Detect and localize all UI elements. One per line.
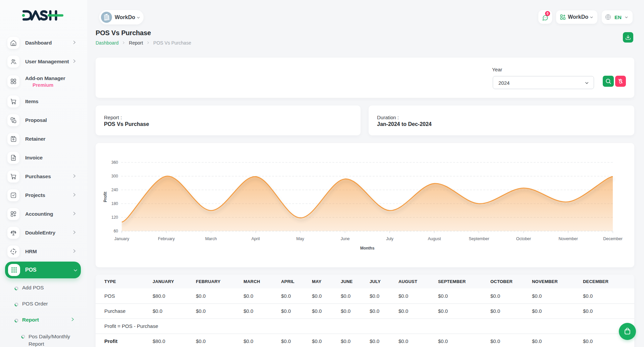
svg-text:Profit: Profit <box>103 192 108 202</box>
svg-text:November: November <box>558 236 578 241</box>
svg-text:February: February <box>158 236 175 241</box>
svg-text:Months: Months <box>360 246 375 251</box>
svg-text:120: 120 <box>111 215 118 220</box>
svg-text:180: 180 <box>111 201 118 206</box>
svg-text:April: April <box>251 236 260 241</box>
svg-text:December: December <box>603 236 623 241</box>
svg-text:May: May <box>296 236 304 241</box>
svg-text:September: September <box>469 236 489 241</box>
svg-text:300: 300 <box>111 174 118 179</box>
svg-text:October: October <box>516 236 531 241</box>
svg-text:240: 240 <box>111 188 118 192</box>
svg-text:August: August <box>428 236 441 241</box>
svg-text:July: July <box>386 236 394 241</box>
svg-text:60: 60 <box>114 229 118 233</box>
svg-text:March: March <box>205 236 217 241</box>
svg-text:June: June <box>340 236 350 241</box>
svg-text:360: 360 <box>111 160 118 165</box>
svg-text:January: January <box>114 236 129 241</box>
